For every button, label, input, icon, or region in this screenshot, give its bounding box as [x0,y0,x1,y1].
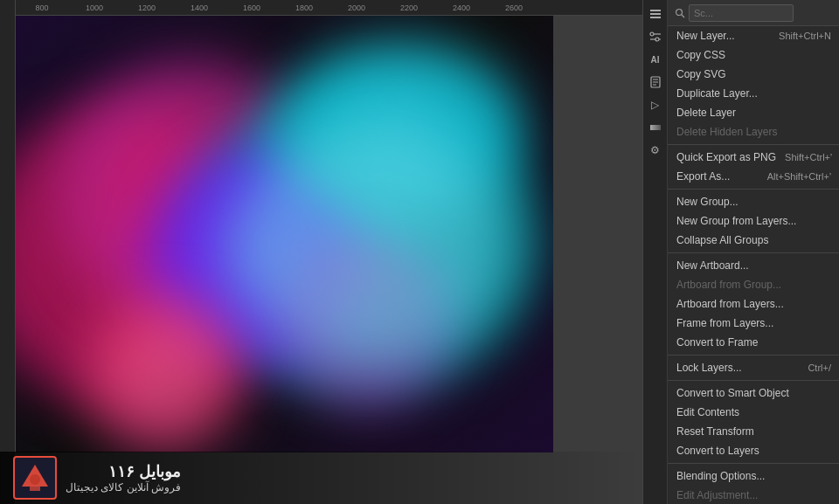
menu-item-label-quick-export: Quick Export as PNG [676,151,776,163]
ruler-num-6: 1800 [278,3,330,12]
svg-point-6 [650,32,654,36]
tool-adjust-icon[interactable] [646,27,665,46]
ruler-num-4: 1400 [173,3,225,12]
ruler-numbers: 800 1000 1200 1400 1600 1800 2000 2200 2… [16,3,540,12]
svg-line-18 [682,15,684,17]
svg-rect-16 [650,125,661,130]
search-input[interactable] [689,4,794,22]
menu-item-label-edit-contents: Edit Contents [676,406,831,418]
menu-item-delete-hidden-layers: Delete Hidden Layers [668,122,839,142]
ruler-num-7: 2000 [330,3,383,12]
menu-item-duplicate-layer[interactable]: Duplicate Layer... [668,84,839,103]
logo-svg [17,460,52,495]
ruler-num-3: 1200 [121,3,173,12]
menu-item-shortcut-new-layer: Shift+Ctrl+N [779,31,831,41]
menu-item-lock-layers[interactable]: Lock Layers...Ctrl+/ [668,358,839,377]
menu-item-export-as[interactable]: Export As...Alt+Shift+Ctrl+' [668,167,839,186]
logo-area: موبایل ۱۱۶ فروش آنلاین کالای دیجیتال [0,452,642,504]
menu-item-label-artboard-from-group: Artboard from Group... [676,279,831,291]
svg-point-17 [676,9,683,15]
menu-item-delete-layer[interactable]: Delete Layer [668,103,839,122]
menu-item-new-artboard[interactable]: New Artboard... [668,256,839,275]
menu-divider-after-convert-to-layers [668,463,839,464]
svg-rect-5 [650,17,661,18]
menu-item-new-group-from-layers[interactable]: New Group from Layers... [668,211,839,231]
ruler-num-8: 2200 [383,3,435,12]
menu-item-label-frame-from-layers: Frame from Layers... [676,317,831,329]
ruler-num-9: 2400 [435,3,488,12]
ruler-num-2: 1000 [68,3,121,12]
menu-item-label-new-group-from-layers: New Group from Layers... [676,215,831,227]
menu-divider-after-delete-hidden-layers [668,144,839,145]
menu-item-label-export-as: Export As... [676,170,759,183]
ruler-num-1: 800 [16,3,68,12]
menu-item-reset-transform[interactable]: Reset Transform [668,422,839,441]
menu-item-new-group[interactable]: New Group... [668,192,839,211]
menu-item-convert-to-frame[interactable]: Convert to Frame [668,333,839,352]
menu-item-frame-from-layers[interactable]: Frame from Layers... [668,314,839,333]
tool-history-icon[interactable] [646,72,665,92]
menu-item-artboard-from-layers[interactable]: Artboard from Layers... [668,294,839,314]
ruler-num-5: 1600 [225,3,278,12]
menu-item-label-new-layer: New Layer... [676,30,770,42]
tool-ai-icon[interactable]: AI [646,50,665,69]
svg-rect-4 [650,13,661,15]
context-menu-panel: AI ▷ ⚙ New Layer...Shift+Ctrl+NCopy CSSC… [642,0,839,504]
menu-item-label-delete-layer: Delete Layer [676,107,831,119]
menu-item-collapse-all-groups[interactable]: Collapse All Groups [668,231,839,250]
search-icon [675,8,685,18]
logo-subtitle: فروش آنلاین کالای دیجیتال [66,481,181,494]
menu-item-label-reset-transform: Reset Transform [676,425,831,438]
svg-point-1 [30,474,40,485]
menu-item-shortcut-quick-export: Shift+Ctrl+' [785,152,832,162]
menu-item-quick-export[interactable]: Quick Export as PNGShift+Ctrl+' [668,148,839,167]
menu-item-convert-to-layers[interactable]: Convert to Layers [668,441,839,460]
tool-play-icon[interactable]: ▷ [646,95,665,114]
panel-toolbar: AI ▷ ⚙ [643,0,668,504]
menu-item-label-convert-to-smart-object: Convert to Smart Object [676,387,831,399]
ruler-top: 800 1000 1200 1400 1600 1800 2000 2200 2… [0,0,642,16]
menu-item-label-new-group: New Group... [676,196,831,208]
menu-item-convert-to-smart-object[interactable]: Convert to Smart Object [668,383,839,403]
menu-item-blending-options[interactable]: Blending Options... [668,466,839,486]
smoke-rose [86,295,243,452]
menu-item-label-lock-layers: Lock Layers... [676,362,799,374]
menu-divider-after-export-as [668,189,839,190]
menu-item-label-new-artboard: New Artboard... [676,259,831,272]
menu-item-shortcut-lock-layers: Ctrl+/ [808,362,831,373]
menu-item-label-duplicate-layer: Duplicate Layer... [676,87,831,100]
menu-item-new-layer[interactable]: New Layer...Shift+Ctrl+N [668,26,839,45]
menu-item-copy-css[interactable]: Copy CSS [668,45,839,65]
panel-search-bar [668,0,839,26]
menu-item-artboard-from-group: Artboard from Group... [668,275,839,294]
menu-item-label-edit-adjustment: Edit Adjustment... [676,489,831,501]
menu-item-label-delete-hidden-layers: Delete Hidden Layers [676,126,831,138]
logo-text-block: موبایل ۱۱۶ فروش آنلاین کالای دیجیتال [66,462,181,494]
menu-items-list: New Layer...Shift+Ctrl+NCopy CSSCopy SVG… [668,26,839,504]
svg-rect-3 [650,10,661,11]
menu-item-copy-svg[interactable]: Copy SVG [668,65,839,84]
menu-item-label-copy-svg: Copy SVG [676,68,831,80]
logo-icon [13,456,57,500]
menu-divider-after-convert-to-frame [668,355,839,356]
menu-item-label-collapse-all-groups: Collapse All Groups [676,234,831,246]
menu-item-label-convert-to-frame: Convert to Frame [676,336,831,349]
logo-brand-name: موبایل ۱۱۶ [66,462,181,481]
ruler-num-10: 2600 [488,3,540,12]
artwork [16,16,553,452]
menu-item-label-artboard-from-layers: Artboard from Layers... [676,298,831,310]
menu-divider-after-lock-layers [668,380,839,381]
menu-divider-after-collapse-all-groups [668,252,839,253]
tool-gradient-icon[interactable] [646,118,665,137]
tool-settings-icon[interactable]: ⚙ [646,141,665,160]
svg-point-9 [655,38,659,41]
menu-item-label-copy-css: Copy CSS [676,49,831,61]
menu-item-edit-contents[interactable]: Edit Contents [668,403,839,422]
smoke-light-cyan [234,121,514,365]
tool-layers-icon[interactable] [646,4,665,24]
menu-item-shortcut-export-as: Alt+Shift+Ctrl+' [767,171,831,182]
menu-item-label-convert-to-layers: Convert to Layers [676,445,831,457]
svg-rect-2 [30,487,40,491]
canvas-area: 800 1000 1200 1400 1600 1800 2000 2200 2… [0,0,642,504]
smoke-background [16,16,553,452]
